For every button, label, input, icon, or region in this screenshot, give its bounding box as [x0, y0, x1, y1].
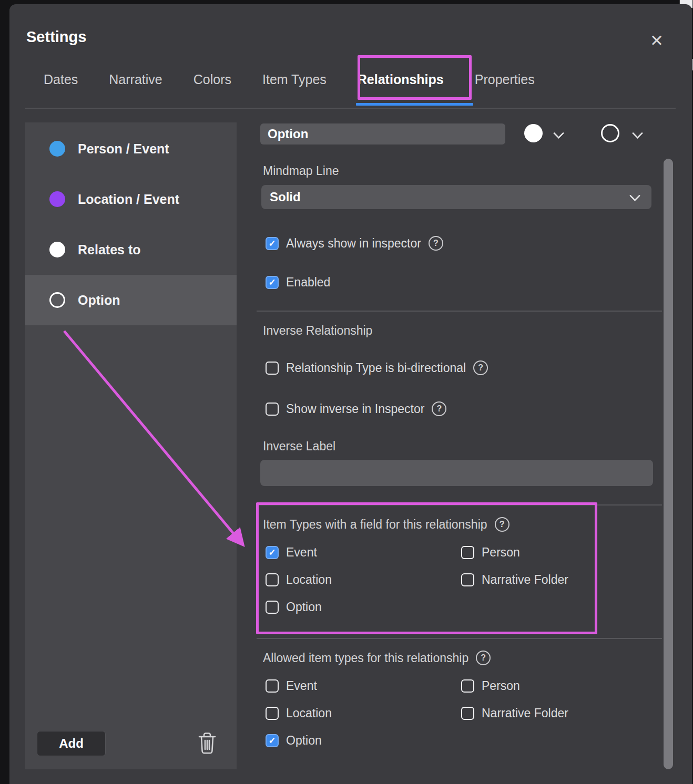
allowed-type-event[interactable]: Event — [266, 679, 461, 693]
help-icon[interactable]: ? — [495, 517, 509, 532]
field-type-person[interactable]: Person — [461, 545, 568, 559]
bidirectional-checkbox[interactable] — [266, 362, 279, 375]
allowed-types-heading: Allowed item types for this relationship — [263, 651, 468, 665]
chevron-down-icon[interactable] — [632, 128, 643, 139]
help-icon[interactable]: ? — [476, 651, 491, 665]
trash-icon — [197, 731, 218, 755]
checkbox-icon — [461, 707, 474, 720]
field-types-heading-row: Item Types with a field for this relatio… — [263, 517, 509, 532]
always-show-label: Always show in inspector — [286, 236, 421, 251]
line-color-picker[interactable] — [524, 124, 543, 142]
always-show-checkbox[interactable] — [266, 237, 279, 250]
help-icon[interactable]: ? — [473, 360, 488, 375]
tab-relationships[interactable]: Relationships — [358, 69, 444, 89]
checkbox-icon — [461, 679, 474, 693]
chevron-down-icon[interactable] — [553, 128, 564, 139]
inverse-label-heading: Inverse Label — [263, 439, 335, 453]
enabled-checkbox[interactable] — [266, 276, 279, 289]
relationship-color-dot-icon — [49, 292, 65, 308]
always-show-row: Always show in inspector ? — [266, 236, 443, 251]
sidebar-item-label: Person / Event — [78, 141, 169, 157]
checkbox-icon — [266, 601, 279, 614]
section-divider — [257, 311, 662, 312]
checkbox-icon — [266, 573, 279, 586]
sidebar-item-label: Location / Event — [78, 192, 179, 207]
allowed-type-person[interactable]: Person — [461, 679, 568, 693]
show-inverse-row: Show inverse in Inspector ? — [266, 401, 446, 416]
add-button[interactable]: Add — [37, 731, 106, 756]
checkbox-icon — [266, 546, 279, 559]
enabled-label: Enabled — [286, 275, 330, 290]
relationship-name-input[interactable] — [260, 123, 505, 145]
inverse-label-input[interactable] — [260, 460, 653, 486]
tab-bar: Dates Narrative Colors Item Types Relati… — [44, 69, 535, 89]
tab-dates[interactable]: Dates — [44, 69, 78, 89]
sidebar-item-label: Option — [78, 293, 120, 308]
allowed-types-heading-row: Allowed item types for this relationship… — [263, 651, 491, 665]
show-inverse-checkbox[interactable] — [266, 403, 279, 416]
sidebar-item-relates-to[interactable]: Relates to — [25, 224, 237, 275]
outline-color-picker[interactable] — [601, 124, 619, 142]
tab-item-types[interactable]: Item Types — [262, 69, 327, 89]
tab-bar-divider — [25, 108, 676, 109]
mindmap-line-select[interactable]: Solid — [261, 185, 651, 209]
field-type-location[interactable]: Location — [266, 573, 461, 586]
tab-properties[interactable]: Properties — [475, 69, 535, 89]
relationship-color-dot-icon — [49, 242, 65, 257]
field-types-heading: Item Types with a field for this relatio… — [263, 518, 487, 532]
settings-dialog: Settings ✕ Dates Narrative Colors Item T… — [9, 4, 692, 784]
bidirectional-row: Relationship Type is bi-directional ? — [266, 360, 488, 375]
bidirectional-label: Relationship Type is bi-directional — [286, 361, 466, 375]
delete-button[interactable] — [196, 730, 219, 757]
field-type-option[interactable]: Option — [266, 600, 461, 614]
help-icon[interactable]: ? — [429, 236, 443, 251]
checkbox-icon — [266, 679, 279, 693]
relationship-list: Person / Event Location / Event Relates … — [25, 122, 237, 769]
section-divider — [257, 638, 662, 639]
close-icon[interactable]: ✕ — [645, 28, 669, 53]
sidebar-item-label: Relates to — [78, 242, 140, 257]
chevron-down-icon — [629, 190, 640, 201]
relationship-color-dot-icon — [49, 141, 65, 157]
allowed-types-grid: Event Person Location Narrative Folder O… — [266, 679, 568, 747]
tab-colors[interactable]: Colors — [193, 69, 231, 89]
mindmap-line-label: Mindmap Line — [263, 164, 339, 178]
checkbox-icon — [266, 707, 279, 720]
allowed-type-option[interactable]: Option — [266, 734, 461, 747]
sidebar-item-option[interactable]: Option — [25, 275, 237, 325]
inverse-relationship-heading: Inverse Relationship — [263, 324, 372, 338]
allowed-type-narrative-folder[interactable]: Narrative Folder — [461, 706, 568, 720]
field-types-grid: Event Person Location Narrative Folder O… — [266, 545, 568, 614]
active-tab-underline — [356, 103, 473, 106]
scrollbar[interactable] — [664, 159, 673, 769]
relationship-color-dot-icon — [49, 191, 65, 207]
field-type-event[interactable]: Event — [266, 545, 461, 559]
tab-narrative[interactable]: Narrative — [109, 69, 162, 89]
sidebar-item-person-event[interactable]: Person / Event — [25, 123, 237, 174]
mindmap-line-value: Solid — [270, 190, 301, 204]
show-inverse-label: Show inverse in Inspector — [286, 402, 424, 416]
section-divider — [257, 504, 662, 506]
checkbox-icon — [266, 734, 279, 747]
field-type-narrative-folder[interactable]: Narrative Folder — [461, 573, 568, 586]
sidebar-item-location-event[interactable]: Location / Event — [25, 174, 237, 224]
enabled-row: Enabled — [266, 275, 330, 290]
checkbox-icon — [461, 546, 474, 559]
checkbox-icon — [461, 573, 474, 586]
help-icon[interactable]: ? — [432, 401, 446, 416]
dialog-title: Settings — [26, 28, 86, 46]
allowed-type-location[interactable]: Location — [266, 706, 461, 720]
